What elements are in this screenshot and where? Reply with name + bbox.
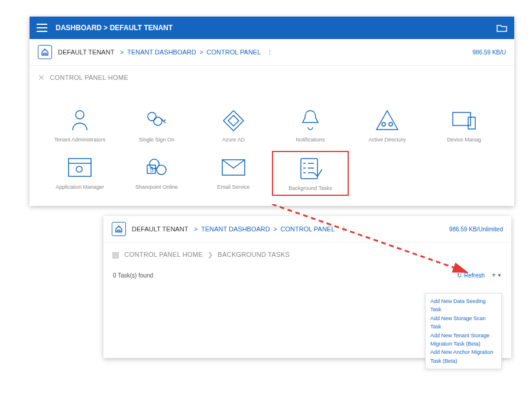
svg-point-4 <box>389 122 392 126</box>
kebab-icon[interactable]: ⋮ <box>267 49 273 56</box>
bc-home[interactable]: CONTROL PANEL HOME <box>124 251 203 258</box>
refresh-icon: ↻ <box>457 272 462 279</box>
svg-point-1 <box>148 112 156 121</box>
add-task-dropdown: Add New Data Seeding Task Add New Storag… <box>425 293 502 369</box>
azure-ad-tile[interactable]: Azure AD <box>195 104 272 146</box>
topbar-title: DASHBOARD > DEFAULT TENANT <box>56 24 173 32</box>
tasks-toolbar: 0 Task(s) found ↻ Refresh + ▼ <box>103 263 511 283</box>
bc-control-panel[interactable]: CONTROL PANEL <box>281 225 335 233</box>
bc-control-panel[interactable]: CONTROL PANEL <box>207 49 261 56</box>
email-service-tile[interactable]: Email Service <box>195 151 272 196</box>
bc-sep: > <box>120 49 124 56</box>
svg-point-0 <box>76 111 84 119</box>
tile-label: Device Manag <box>447 137 481 143</box>
dropdown-caret-icon[interactable]: ▼ <box>497 273 502 278</box>
tile-label: Active Directory <box>368 137 406 143</box>
active-directory-tile[interactable]: Active Directory <box>349 104 426 146</box>
topbar-actions <box>497 24 507 32</box>
user-icon <box>69 107 90 133</box>
single-sign-on-tile[interactable]: Single Sign On <box>118 104 195 146</box>
svg-rect-7 <box>69 159 91 176</box>
tile-label: Notifications <box>296 137 325 143</box>
tools-icon: ▦ <box>112 250 119 259</box>
bc-tenant[interactable]: DEFAULT TENANT <box>132 225 188 233</box>
tile-label: Email Service <box>217 184 249 190</box>
section-header: ✕ CONTROL PANEL HOME <box>30 66 514 86</box>
menu-add-data-seeding[interactable]: Add New Data Seeding Task <box>430 297 497 314</box>
control-panel-screenshot: DASHBOARD > DEFAULT TENANT DEFAULT TENAN… <box>30 17 514 206</box>
key-icon <box>145 107 168 133</box>
tools-icon: ✕ <box>38 73 45 82</box>
background-tasks-tile[interactable]: Background Tasks <box>272 151 349 196</box>
checklist-icon <box>299 156 322 182</box>
azure-icon <box>222 107 245 133</box>
quota-text: 986.59 KB/Unlimited <box>449 226 503 233</box>
device-manager-tile[interactable]: Device Manag <box>426 104 502 146</box>
top-bar: DASHBOARD > DEFAULT TENANT <box>30 17 514 39</box>
breadcrumb: DEFAULT TENANT > TENANT DASHBOARD > CONT… <box>30 39 514 66</box>
application-manager-tile[interactable]: Application Manager <box>41 151 118 196</box>
tile-label: Single Sign On <box>139 137 174 143</box>
bc-tenant-dashboard[interactable]: TENANT DASHBOARD <box>201 225 270 233</box>
tasks-count: 0 Task(s) found <box>113 272 153 279</box>
icon-grid: Tenant Administrators Single Sign On Azu… <box>30 86 514 202</box>
tile-label: Application Manager <box>56 184 104 190</box>
menu-add-storage-scan[interactable]: Add New Storage Scan Task <box>430 314 497 331</box>
add-button[interactable]: + <box>492 271 496 279</box>
app-window-icon <box>67 154 92 180</box>
bc-tenant-dashboard[interactable]: TENANT DASHBOARD <box>127 49 196 56</box>
home-icon[interactable] <box>38 45 52 59</box>
svg-rect-14 <box>301 159 317 179</box>
refresh-label: Refresh <box>464 272 485 279</box>
menu-add-anchor-migration[interactable]: Add New Anchor Migration Task (Beta) <box>430 348 497 365</box>
svg-point-8 <box>76 166 82 172</box>
sharepoint-online-tile[interactable]: S Sharepoint Online <box>118 151 195 196</box>
bc-tenant[interactable]: DEFAULT TENANT <box>58 49 114 56</box>
menu-add-tenant-storage-migration[interactable]: Add New Tenant Storage Migration Task (B… <box>430 331 497 349</box>
notifications-tile[interactable]: Notifications <box>272 104 349 146</box>
chevron-right-icon: ❯ <box>207 251 213 259</box>
background-tasks-screenshot: DEFAULT TENANT > TENANT DASHBOARD > CONT… <box>103 216 511 358</box>
svg-point-3 <box>382 122 385 126</box>
section-title: CONTROL PANEL HOME <box>50 74 128 81</box>
tenant-administrators-tile[interactable]: Tenant Administrators <box>41 104 118 146</box>
tile-label: Sharepoint Online <box>135 184 178 190</box>
device-icon <box>452 107 476 133</box>
tile-label: Tenant Administrators <box>54 137 106 143</box>
svg-text:S: S <box>150 166 154 173</box>
refresh-button[interactable]: ↻ Refresh <box>457 272 485 279</box>
kebab-icon[interactable]: ⋮ <box>340 225 347 233</box>
bell-icon <box>300 107 320 133</box>
tile-label: Azure AD <box>222 137 245 143</box>
home-icon[interactable] <box>112 222 126 236</box>
section-header: ▦ CONTROL PANEL HOME ❯ BACKGROUND TASKS <box>103 243 511 263</box>
sharepoint-icon: S <box>145 154 168 180</box>
envelope-icon <box>221 154 246 180</box>
breadcrumb: DEFAULT TENANT > TENANT DASHBOARD > CONT… <box>103 216 511 243</box>
folder-icon[interactable] <box>497 24 507 32</box>
quota-text: 986.59 KB/U <box>472 49 506 56</box>
triangle-icon <box>375 107 400 133</box>
bc-sep: > <box>200 49 203 56</box>
hamburger-icon[interactable] <box>37 24 47 32</box>
bc-background-tasks: BACKGROUND TASKS <box>218 251 290 258</box>
tile-label: Background Tasks <box>288 185 332 191</box>
svg-point-10 <box>157 165 166 175</box>
svg-rect-6 <box>468 117 475 129</box>
